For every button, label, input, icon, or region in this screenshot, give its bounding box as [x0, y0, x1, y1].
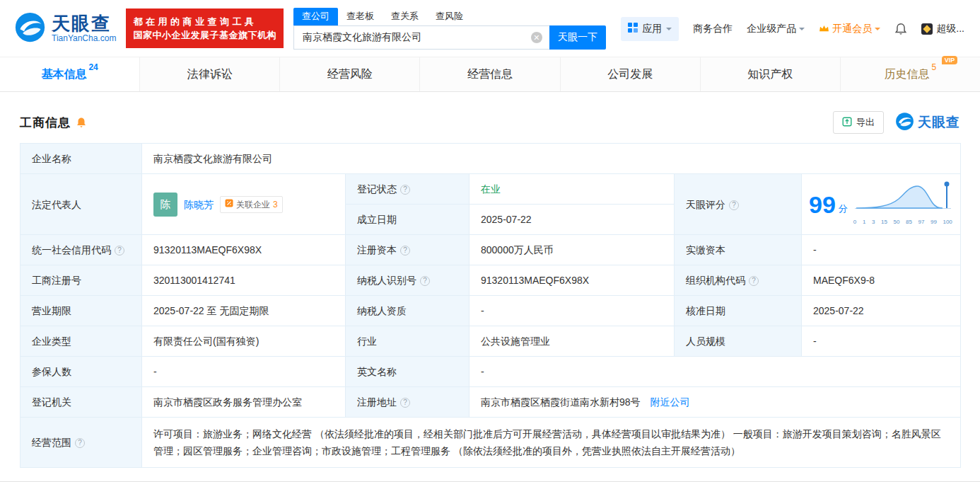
export-button[interactable]: 导出	[833, 111, 884, 134]
search-tab-boss[interactable]: 查老板	[338, 8, 383, 25]
paid-capital-value: -	[802, 235, 961, 265]
related-companies-count: 3	[273, 197, 278, 212]
related-companies-label: 关联企业	[236, 197, 270, 212]
help-icon[interactable]	[749, 276, 759, 286]
user-account-menu[interactable]: 超级...	[921, 23, 964, 35]
search-tab-company[interactable]: 查公司	[293, 8, 338, 25]
search-tab-risk[interactable]: 查风险	[427, 8, 472, 25]
tab-operation-risk[interactable]: 经营风险	[280, 57, 420, 91]
company-name-value: 南京栖霞文化旅游有限公司	[142, 144, 961, 174]
nav-business-cooperation[interactable]: 商务合作	[693, 23, 733, 35]
approval-date-value: 2025-07-22	[802, 296, 961, 326]
business-term-label: 营业期限	[21, 296, 142, 326]
legal-rep-avatar[interactable]: 陈	[153, 193, 177, 217]
help-icon[interactable]	[115, 246, 124, 256]
tab-intellectual-property[interactable]: 知识产权	[701, 57, 841, 91]
user-avatar-icon	[921, 23, 933, 35]
tianyancha-logo-icon	[14, 11, 46, 46]
legal-rep-cell: 陈 陈晓芳 关联企业 3	[142, 174, 346, 235]
related-companies-badge[interactable]: 关联企业 3	[220, 196, 283, 213]
score-number: 99	[809, 193, 836, 217]
help-icon[interactable]	[400, 246, 410, 256]
nav-enterprise-products[interactable]: 企业级产品	[747, 23, 805, 35]
english-name-label: 英文名称	[346, 357, 469, 387]
announcement-bell-icon[interactable]	[76, 117, 87, 128]
business-scope-value: 许可项目：旅游业务；网络文化经营 （依法须经批准的项目，经相关部门批准后方可开展…	[142, 418, 961, 468]
cooperation-label: 商务合作	[693, 23, 733, 35]
industry-value: 公共设施管理业	[469, 326, 675, 357]
registration-authority-value: 南京市栖霞区政务服务管理办公室	[142, 387, 346, 418]
reg-capital-value: 800000万人民币	[469, 235, 675, 265]
tab-legal-litigation-label: 法律诉讼	[187, 68, 233, 80]
tab-intellectual-property-label: 知识产权	[747, 68, 793, 80]
related-companies-icon	[225, 197, 233, 212]
search-tab-relation[interactable]: 查关系	[383, 8, 427, 25]
business-info-table: 企业名称 南京栖霞文化旅游有限公司 法定代表人 陈 陈晓芳	[20, 143, 961, 468]
help-icon[interactable]	[400, 185, 410, 195]
table-row: 企业名称 南京栖霞文化旅游有限公司	[21, 144, 961, 174]
table-row: 登记机关 南京市栖霞区政务服务管理办公室 注册地址 南京市栖霞区栖霞街道南水新村…	[21, 387, 961, 418]
company-detail-tabbar: 基本信息24 法律诉讼 经营风险 经营信息 公司发展 知识产权 历史信息5 VI…	[0, 57, 980, 92]
chevron-down-icon	[666, 28, 672, 33]
reg-number-value: 320113001412741	[142, 265, 346, 296]
org-code-label: 组织机构代码	[675, 265, 802, 296]
search-input[interactable]	[293, 25, 549, 50]
taxpayer-qualification-label: 纳税人资质	[346, 296, 469, 326]
table-row: 统一社会信用代码 91320113MAEQF6X98X 注册资本 800000万…	[21, 235, 961, 265]
established-label: 成立日期	[346, 205, 469, 235]
tab-operation-info[interactable]: 经营信息	[420, 57, 560, 91]
search-block: 查公司 查老板 查关系 查风险 天眼一下	[293, 8, 606, 50]
company-type-value: 有限责任公司(国有独资)	[142, 326, 346, 357]
credit-code-value: 91320113MAEQF6X98X	[142, 235, 346, 265]
tianyancha-logo[interactable]: 天眼查 TianYanCha.com	[14, 11, 116, 46]
vip-crown-icon	[819, 23, 829, 35]
tab-legal-litigation[interactable]: 法律诉讼	[140, 57, 280, 91]
legal-rep-label: 法定代表人	[21, 174, 142, 235]
tab-history-info-count: 5	[932, 62, 937, 72]
tianyancha-logo-icon	[895, 112, 914, 134]
notification-bell-icon[interactable]	[894, 23, 907, 35]
search-tabs: 查公司 查老板 查关系 查风险	[293, 8, 606, 25]
help-icon[interactable]	[75, 438, 85, 448]
nav-open-vip[interactable]: 开通会员	[819, 23, 880, 35]
tab-basic-info-count: 24	[88, 62, 98, 72]
enterprise-label: 企业级产品	[747, 23, 796, 35]
score-label: 天眼评分	[675, 174, 802, 235]
help-icon[interactable]	[420, 276, 430, 286]
vip-badge: VIP	[942, 56, 958, 64]
open-vip-label: 开通会员	[832, 23, 872, 35]
export-icon	[842, 117, 852, 129]
section-brand-watermark: 天眼查	[895, 112, 960, 134]
user-label: 超级...	[936, 23, 964, 35]
score-axis-ticks: 0131550859799100	[853, 215, 952, 229]
help-icon[interactable]	[400, 398, 410, 408]
registered-address-label: 注册地址	[346, 387, 469, 418]
tab-basic-info[interactable]: 基本信息24	[0, 57, 140, 91]
slogan-line1: 都在用的商业查询工具	[133, 15, 276, 28]
clear-search-icon[interactable]	[531, 32, 542, 43]
registration-authority-label: 登记机关	[21, 387, 142, 418]
nearby-companies-link[interactable]: 附近公司	[650, 396, 689, 408]
insured-count-label: 参保人数	[21, 357, 142, 387]
paid-capital-label: 实缴资本	[675, 235, 802, 265]
business-term-value: 2025-07-22 至 无固定期限	[142, 296, 346, 326]
tab-operation-info-label: 经营信息	[467, 68, 513, 80]
header-right-nav: 应用 商务合作 企业级产品 开通会员 超级..	[621, 0, 964, 57]
legal-rep-name-link[interactable]: 陈晓芳	[184, 197, 214, 212]
score-unit: 分	[839, 202, 848, 216]
section-title: 工商信息	[20, 115, 71, 131]
tab-company-development[interactable]: 公司发展	[561, 57, 701, 91]
apps-grid-icon	[628, 23, 638, 35]
help-icon[interactable]	[729, 200, 739, 210]
chevron-down-icon	[875, 28, 880, 33]
reg-status-label: 登记状态	[346, 174, 469, 205]
company-name-label: 企业名称	[21, 144, 142, 174]
chevron-down-icon	[799, 28, 805, 33]
search-button[interactable]: 天眼一下	[549, 25, 606, 50]
brand-watermark-label: 天眼查	[918, 113, 960, 132]
apps-menu[interactable]: 应用	[621, 17, 679, 41]
table-row: 营业期限 2025-07-22 至 无固定期限 纳税人资质 - 核准日期 202…	[21, 296, 961, 326]
tab-history-info[interactable]: 历史信息5 VIP	[841, 57, 980, 91]
business-scope-label: 经营范围	[21, 418, 142, 468]
apps-label: 应用	[642, 23, 662, 35]
